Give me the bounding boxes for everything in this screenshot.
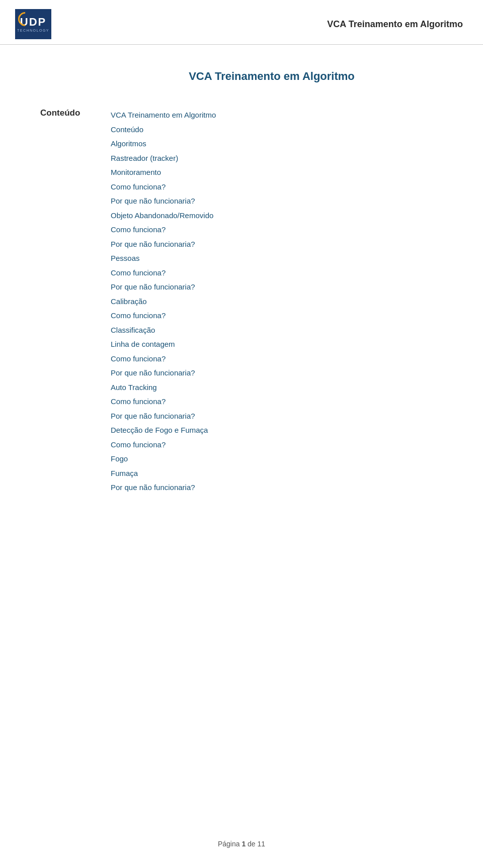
page: UDP TECHNOLOGY VCA Treinamento em Algori… <box>0 0 483 868</box>
toc-item[interactable]: Rastreador (tracker) <box>111 151 216 166</box>
toc-item[interactable]: Por que não funcionaria? <box>111 409 216 424</box>
page-main-title: VCA Treinamento em Algoritmo <box>101 70 443 83</box>
footer-current-page: 1 <box>242 840 246 848</box>
toc-item[interactable]: Por que não funcionaria? <box>111 237 216 252</box>
toc-item[interactable]: Objeto Abandonado/Removido <box>111 209 216 223</box>
content-section: Conteúdo VCA Treinamento em AlgoritmoCon… <box>40 108 443 495</box>
footer-total-pages: 11 <box>258 840 266 848</box>
toc-item[interactable]: Como funciona? <box>111 438 216 452</box>
toc-item[interactable]: Como funciona? <box>111 180 216 195</box>
toc-item[interactable]: Como funciona? <box>111 266 216 280</box>
toc-item[interactable]: Linha de contagem <box>111 337 216 352</box>
toc-item[interactable]: Por que não funcionaria? <box>111 194 216 209</box>
header-title: VCA Treinamento em Algoritmo <box>327 19 463 30</box>
toc-item[interactable]: Auto Tracking <box>111 380 216 395</box>
toc-list: VCA Treinamento em AlgoritmoConteúdoAlgo… <box>111 108 216 495</box>
toc-item[interactable]: Por que não funcionaria? <box>111 366 216 380</box>
toc-item[interactable]: Classificação <box>111 323 216 338</box>
toc-item[interactable]: Como funciona? <box>111 352 216 366</box>
toc-item[interactable]: Como funciona? <box>111 395 216 409</box>
toc-item[interactable]: Pessoas <box>111 251 216 266</box>
toc-item[interactable]: Algoritmos <box>111 137 216 151</box>
logo-technology-text: TECHNOLOGY <box>17 29 49 32</box>
toc-item[interactable]: Conteúdo <box>111 123 216 137</box>
footer-separator: de <box>246 840 257 848</box>
toc-item[interactable]: Como funciona? <box>111 309 216 323</box>
footer: Página 1 de 11 <box>0 840 483 848</box>
toc-item[interactable]: Por que não funcionaria? <box>111 280 216 295</box>
toc-item[interactable]: Fumaça <box>111 466 216 481</box>
toc-item[interactable]: Fogo <box>111 452 216 466</box>
toc-item[interactable]: Por que não funcionaria? <box>111 480 216 495</box>
logo-container: UDP TECHNOLOGY <box>15 9 51 39</box>
footer-prefix: Página <box>218 840 242 848</box>
toc-item[interactable]: Calibração <box>111 295 216 309</box>
toc-item[interactable]: Monitoramento <box>111 165 216 180</box>
section-label: Conteúdo <box>40 108 101 495</box>
toc-item[interactable]: Como funciona? <box>111 223 216 237</box>
header: UDP TECHNOLOGY VCA Treinamento em Algori… <box>0 0 483 45</box>
logo-box: UDP TECHNOLOGY <box>15 9 51 39</box>
toc-item[interactable]: VCA Treinamento em Algoritmo <box>111 108 216 123</box>
toc-item[interactable]: Detecção de Fogo e Fumaça <box>111 423 216 438</box>
main-content: VCA Treinamento em Algoritmo Conteúdo VC… <box>0 45 483 535</box>
